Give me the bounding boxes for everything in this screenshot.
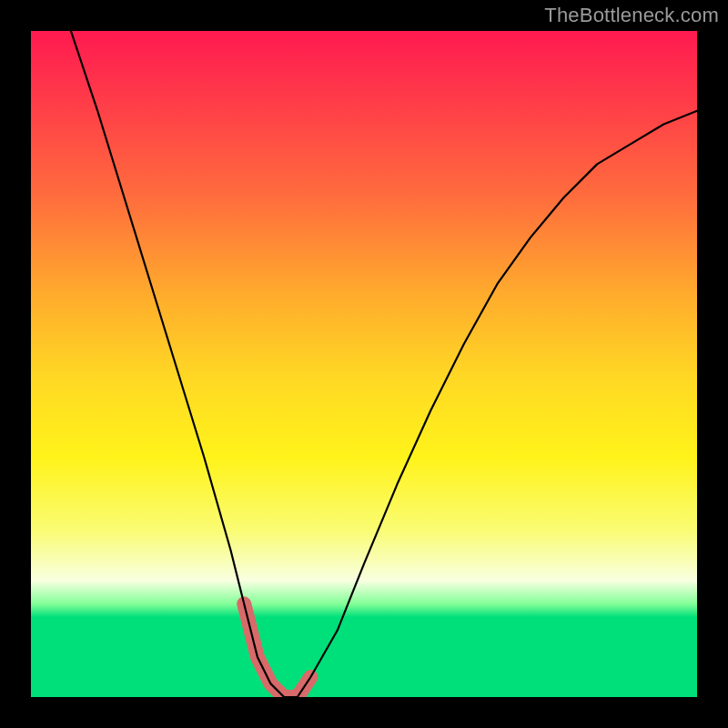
curve-svg <box>31 31 697 697</box>
chart-frame: TheBottleneck.com <box>0 0 728 728</box>
plot-area <box>31 31 697 697</box>
curve-path <box>71 31 697 697</box>
accent-path <box>244 604 310 698</box>
watermark-text: TheBottleneck.com <box>544 4 719 27</box>
